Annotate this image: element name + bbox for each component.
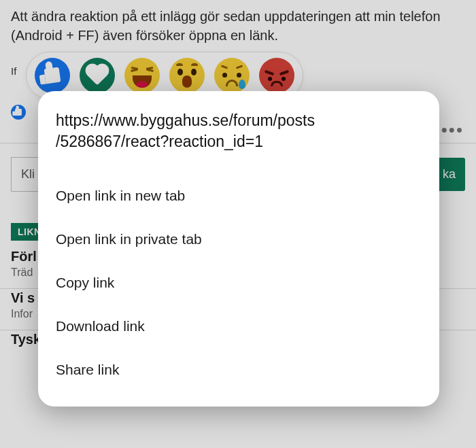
copy-link-item[interactable]: Copy link [38, 261, 439, 305]
download-link-item[interactable]: Download link [38, 305, 439, 348]
share-link-item[interactable]: Share link [38, 348, 439, 392]
context-menu-items: Open link in new tab Open link in privat… [38, 159, 439, 392]
open-private-tab-item[interactable]: Open link in private tab [38, 218, 439, 261]
open-new-tab-item[interactable]: Open link in new tab [38, 174, 439, 218]
context-menu-url: https://www.byggahus.se/forum/posts/5286… [38, 110, 439, 159]
link-context-menu: https://www.byggahus.se/forum/posts/5286… [38, 91, 439, 407]
